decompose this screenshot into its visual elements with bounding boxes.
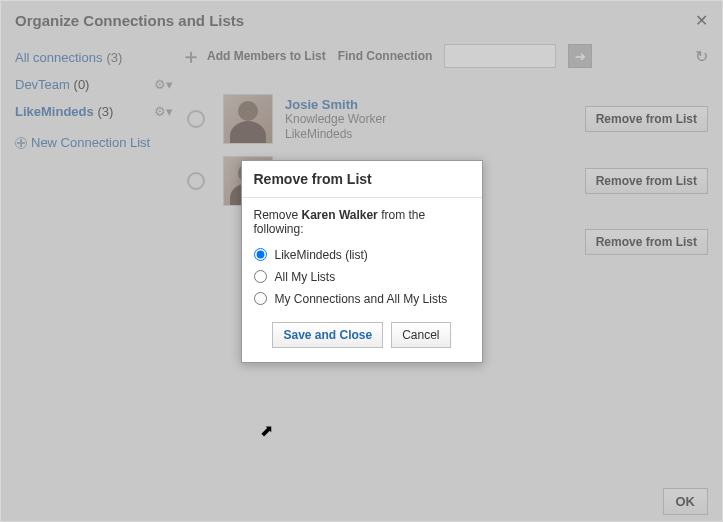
option-label: All My Lists bbox=[275, 270, 336, 284]
option-all-my-lists[interactable]: All My Lists bbox=[254, 266, 470, 288]
radio-input[interactable] bbox=[254, 248, 267, 261]
radio-input[interactable] bbox=[254, 292, 267, 305]
radio-input[interactable] bbox=[254, 270, 267, 283]
modal-title: Remove from List bbox=[242, 161, 482, 198]
modal-target-name: Karen Walker bbox=[302, 208, 378, 222]
option-label: LikeMindeds (list) bbox=[275, 248, 368, 262]
remove-from-list-modal: Remove from List Remove Karen Walker fro… bbox=[241, 160, 483, 363]
option-connections-and-lists[interactable]: My Connections and All My Lists bbox=[254, 288, 470, 310]
option-label: My Connections and All My Lists bbox=[275, 292, 448, 306]
modal-prompt: Remove Karen Walker from the following: bbox=[254, 208, 470, 236]
organize-connections-dialog: Organize Connections and Lists ✕ All con… bbox=[0, 0, 723, 522]
option-likemindeds[interactable]: LikeMindeds (list) bbox=[254, 244, 470, 266]
cancel-button[interactable]: Cancel bbox=[391, 322, 450, 348]
modal-actions: Save and Close Cancel bbox=[242, 314, 482, 362]
modal-layer: Remove from List Remove Karen Walker fro… bbox=[1, 1, 722, 521]
save-and-close-button[interactable]: Save and Close bbox=[272, 322, 383, 348]
